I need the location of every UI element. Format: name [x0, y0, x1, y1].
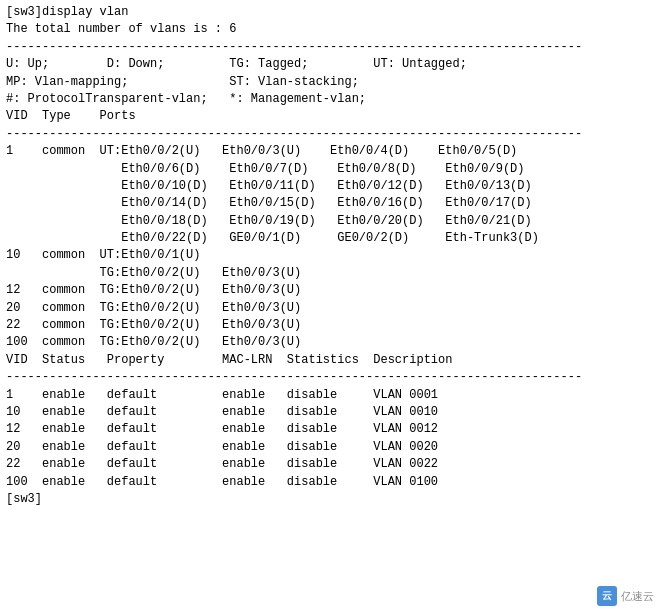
terminal-line: ----------------------------------------… — [6, 369, 654, 386]
watermark-text: 亿速云 — [621, 589, 654, 604]
watermark-icon: 云 — [597, 586, 617, 606]
terminal-line: MP: Vlan-mapping; ST: Vlan-stacking; — [6, 74, 654, 91]
terminal-line: 10 enable default enable disable VLAN 00… — [6, 404, 654, 421]
terminal-line: Eth0/0/18(D) Eth0/0/19(D) Eth0/0/20(D) E… — [6, 213, 654, 230]
terminal-line: 1 common UT:Eth0/0/2(U) Eth0/0/3(U) Eth0… — [6, 143, 654, 160]
terminal-line: Eth0/0/10(D) Eth0/0/11(D) Eth0/0/12(D) E… — [6, 178, 654, 195]
terminal-line: [sw3]display vlan — [6, 4, 654, 21]
terminal-line: ----------------------------------------… — [6, 126, 654, 143]
watermark: 云 亿速云 — [597, 586, 654, 606]
terminal-line: ----------------------------------------… — [6, 39, 654, 56]
terminal-line: 100 common TG:Eth0/0/2(U) Eth0/0/3(U) — [6, 334, 654, 351]
terminal-content: [sw3]display vlanThe total number of vla… — [6, 4, 654, 508]
terminal-line: #: ProtocolTransparent-vlan; *: Manageme… — [6, 91, 654, 108]
terminal-line: 10 common UT:Eth0/0/1(U) — [6, 247, 654, 264]
terminal-line: 20 common TG:Eth0/0/2(U) Eth0/0/3(U) — [6, 300, 654, 317]
terminal-line: The total number of vlans is : 6 — [6, 21, 654, 38]
terminal-line: Eth0/0/6(D) Eth0/0/7(D) Eth0/0/8(D) Eth0… — [6, 161, 654, 178]
terminal-line: VID Status Property MAC-LRN Statistics D… — [6, 352, 654, 369]
terminal-line: 20 enable default enable disable VLAN 00… — [6, 439, 654, 456]
terminal-line: Eth0/0/14(D) Eth0/0/15(D) Eth0/0/16(D) E… — [6, 195, 654, 212]
terminal-line: 12 common TG:Eth0/0/2(U) Eth0/0/3(U) — [6, 282, 654, 299]
terminal-line: 12 enable default enable disable VLAN 00… — [6, 421, 654, 438]
terminal-line: 22 common TG:Eth0/0/2(U) Eth0/0/3(U) — [6, 317, 654, 334]
terminal-window: [sw3]display vlanThe total number of vla… — [0, 0, 660, 612]
terminal-line: Eth0/0/22(D) GE0/0/1(D) GE0/0/2(D) Eth-T… — [6, 230, 654, 247]
terminal-line: VID Type Ports — [6, 108, 654, 125]
terminal-line: 22 enable default enable disable VLAN 00… — [6, 456, 654, 473]
terminal-line: [sw3] — [6, 491, 654, 508]
terminal-line: U: Up; D: Down; TG: Tagged; UT: Untagged… — [6, 56, 654, 73]
terminal-line: 1 enable default enable disable VLAN 000… — [6, 387, 654, 404]
terminal-line: 100 enable default enable disable VLAN 0… — [6, 474, 654, 491]
terminal-line: TG:Eth0/0/2(U) Eth0/0/3(U) — [6, 265, 654, 282]
